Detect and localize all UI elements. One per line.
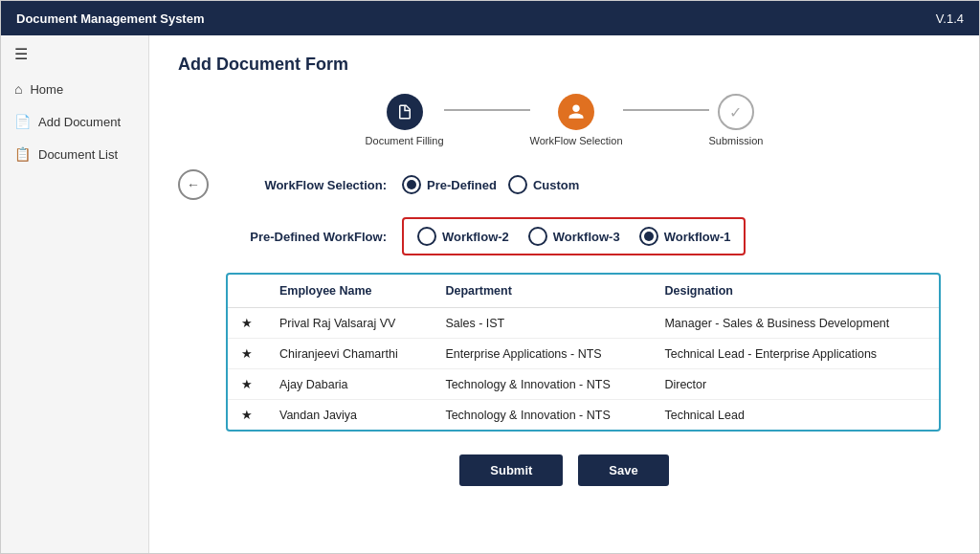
radio-pre-defined[interactable]: Pre-Defined	[402, 175, 497, 194]
app-wrapper: Document Management System V.1.4 ☰ ⌂ Hom…	[0, 0, 980, 554]
step-circle-document-filling	[387, 94, 423, 130]
submit-button[interactable]: Submit	[459, 454, 563, 486]
department-cell: Technology & Innovation - NTS	[432, 369, 651, 400]
step-label-document-filling: Document Filling	[366, 135, 444, 146]
workflow-selection-label: WorkFlow Selection:	[234, 178, 387, 192]
table-row: ★ Chiranjeevi Chamarthi Enterprise Appli…	[228, 339, 939, 369]
step-submission: ✓ Submission	[709, 94, 764, 146]
step-workflow-selection: WorkFlow Selection	[530, 94, 623, 146]
content-area: Add Document Form Document Filling WorkF…	[149, 35, 979, 553]
star-cell: ★	[228, 400, 266, 431]
designation-cell: Technical Lead	[651, 400, 939, 431]
radio-label-workflow-3: Workflow-3	[553, 230, 620, 244]
predefined-workflow-label: Pre-Defined WorkFlow:	[234, 230, 387, 244]
step-document-filling: Document Filling	[366, 94, 444, 146]
col-designation: Designation	[651, 275, 939, 308]
employee-name-cell: Vandan Javiya	[266, 400, 432, 431]
back-button[interactable]: ←	[178, 169, 209, 200]
radio-label-workflow-2: Workflow-2	[442, 230, 509, 244]
save-button[interactable]: Save	[578, 454, 668, 486]
app-version: V.1.4	[936, 11, 964, 26]
radio-workflow-2[interactable]: Workflow-2	[417, 227, 509, 246]
sidebar-label-add-document: Add Document	[38, 115, 121, 129]
sidebar-label-home: Home	[30, 82, 63, 97]
star-cell: ★	[228, 339, 266, 369]
department-cell: Technology & Innovation - NTS	[432, 400, 651, 431]
radio-outer-workflow-2	[417, 227, 436, 246]
department-cell: Sales - IST	[432, 308, 651, 339]
step-line-1	[444, 109, 530, 111]
radio-outer-workflow-3	[528, 227, 547, 246]
step-label-submission: Submission	[709, 135, 764, 146]
sidebar-label-document-list: Document List	[38, 147, 118, 162]
employee-table-container: Employee Name Department Designation ★ P…	[226, 273, 941, 432]
table-row: ★ Vandan Javiya Technology & Innovation …	[228, 400, 939, 431]
radio-label-workflow-1: Workflow-1	[664, 230, 731, 244]
menu-icon[interactable]: ☰	[1, 35, 148, 73]
radio-workflow-1[interactable]: Workflow-1	[639, 227, 731, 246]
home-icon: ⌂	[14, 81, 22, 97]
main-layout: ☰ ⌂ Home 📄 Add Document 📋 Document List …	[1, 35, 979, 553]
step-line-2	[623, 109, 709, 111]
radio-label-pre-defined: Pre-Defined	[427, 178, 497, 192]
table-row: ★ Ajay Dabaria Technology & Innovation -…	[228, 369, 939, 400]
employee-name-cell: Chiranjeevi Chamarthi	[266, 339, 432, 369]
department-cell: Enterprise Applications - NTS	[432, 339, 651, 369]
step-label-workflow: WorkFlow Selection	[530, 135, 623, 146]
sidebar-item-document-list[interactable]: 📋 Document List	[1, 138, 148, 170]
radio-outer-custom	[508, 175, 527, 194]
radio-inner-workflow-1	[644, 232, 654, 241]
employee-name-cell: Prival Raj Valsaraj VV	[266, 308, 432, 339]
list-icon: 📋	[14, 146, 31, 162]
designation-cell: Technical Lead - Enterprise Applications	[651, 339, 939, 369]
sidebar-item-home[interactable]: ⌂ Home	[1, 73, 148, 105]
stepper: Document Filling WorkFlow Selection ✓ Su…	[178, 94, 950, 146]
sidebar-item-add-document[interactable]: 📄 Add Document	[1, 105, 148, 138]
star-cell: ★	[228, 308, 266, 339]
button-row: Submit Save	[178, 454, 950, 486]
radio-outer-workflow-1	[639, 227, 658, 246]
radio-custom[interactable]: Custom	[508, 175, 579, 194]
designation-cell: Director	[651, 369, 939, 400]
app-title: Document Management System	[16, 11, 205, 26]
top-bar: Document Management System V.1.4	[1, 1, 979, 35]
radio-label-custom: Custom	[533, 178, 579, 192]
table-row: ★ Prival Raj Valsaraj VV Sales - IST Man…	[228, 308, 939, 339]
employee-table: Employee Name Department Designation ★ P…	[228, 275, 939, 430]
step-circle-workflow	[558, 94, 594, 130]
radio-workflow-3[interactable]: Workflow-3	[528, 227, 620, 246]
predefined-workflow-row: Pre-Defined WorkFlow: Workflow-2 Workflo…	[178, 217, 950, 255]
step-circle-submission: ✓	[718, 94, 754, 130]
radio-inner-pre-defined	[407, 180, 416, 189]
col-employee-name: Employee Name	[266, 275, 432, 308]
star-cell: ★	[228, 369, 266, 400]
radio-outer-pre-defined	[402, 175, 421, 194]
document-icon: 📄	[14, 114, 31, 129]
workflow-selection-row: ← WorkFlow Selection: Pre-Defined Custom	[178, 169, 950, 200]
col-department: Department	[432, 275, 651, 308]
employee-name-cell: Ajay Dabaria	[266, 369, 432, 400]
predefined-workflow-box: Workflow-2 Workflow-3 Workflow-1	[402, 217, 746, 255]
page-title: Add Document Form	[178, 55, 950, 75]
col-star	[228, 275, 266, 308]
designation-cell: Manager - Sales & Business Development	[651, 308, 939, 339]
workflow-type-radio-group: Pre-Defined Custom	[402, 175, 579, 194]
sidebar: ☰ ⌂ Home 📄 Add Document 📋 Document List	[1, 35, 149, 553]
